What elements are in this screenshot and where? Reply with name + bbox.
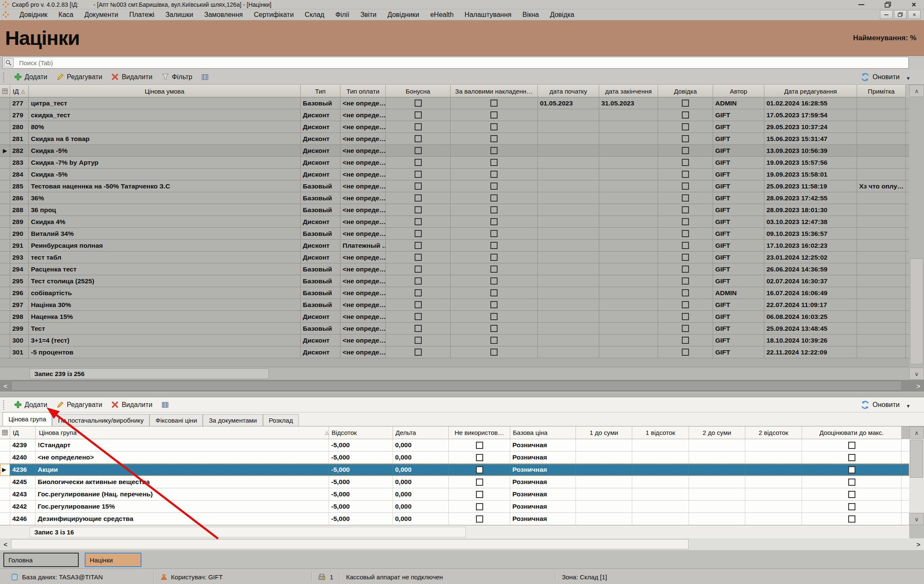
table-row[interactable]: 297Націнка 30%Базовый<не опреде…GIFT22.0… <box>0 299 909 311</box>
checkbox-gross-unchecked[interactable] <box>490 325 498 332</box>
checkbox-dovidka-unchecked[interactable] <box>682 230 689 237</box>
checkbox-notused-unchecked[interactable] <box>476 466 483 473</box>
checkbox-dovidka-unchecked[interactable] <box>682 313 689 320</box>
checkbox-max-unchecked[interactable] <box>848 442 855 449</box>
column-header-type[interactable]: Тип <box>301 85 340 97</box>
checkbox-gross-unchecked[interactable] <box>490 135 498 142</box>
checkbox-bonus-unchecked[interactable] <box>415 147 422 154</box>
checkbox-gross-unchecked[interactable] <box>490 147 498 154</box>
checkbox-bonus-unchecked[interactable] <box>415 111 422 119</box>
column-header-start[interactable]: дата початку <box>538 85 599 97</box>
main-hscrollbar[interactable]: < > <box>0 380 924 392</box>
checkbox-bonus-unchecked[interactable] <box>415 254 422 261</box>
checkbox-gross-unchecked[interactable] <box>490 218 498 225</box>
table-row[interactable]: 301-5 процентовДисконт<не опреде…GIFT22.… <box>0 346 909 358</box>
table-row[interactable]: 4242Гос.регулирование 15%-5,0000,000Розн… <box>0 501 909 513</box>
menu-item-1[interactable]: Довідник <box>14 9 53 20</box>
column-header-id[interactable]: ІД△ <box>10 85 29 97</box>
menu-item-13[interactable]: Налаштування <box>459 9 517 20</box>
menu-item-5[interactable]: Залишки <box>160 9 199 20</box>
checkbox-gross-unchecked[interactable] <box>490 111 498 119</box>
checkbox-bonus-unchecked[interactable] <box>415 301 422 308</box>
column-header-edited[interactable]: Дата редагування <box>764 85 857 97</box>
menu-item-8[interactable]: Склад <box>299 9 330 20</box>
checkbox-gross-unchecked[interactable] <box>490 194 498 202</box>
menu-item-6[interactable]: Замовлення <box>199 9 248 20</box>
delete-button[interactable]: Видалити <box>107 71 157 83</box>
column-header-p1[interactable]: 1 відсоток <box>632 426 689 439</box>
checkbox-dovidka-unchecked[interactable] <box>682 218 689 225</box>
detail-hscrollbar[interactable]: < > <box>0 538 924 550</box>
hscroll-left-button[interactable]: < <box>0 538 11 550</box>
table-row[interactable]: 277цитра_тестБазовый<не опреде…01.05.202… <box>0 97 909 109</box>
checkbox-gross-unchecked[interactable] <box>490 230 498 237</box>
checkbox-dovidka-unchecked[interactable] <box>682 183 689 190</box>
column-header-base[interactable]: Базова ціна <box>510 426 576 439</box>
vscroll-thumb[interactable] <box>910 440 923 478</box>
checkbox-dovidka-unchecked[interactable] <box>682 206 689 213</box>
checkbox-dovidka-unchecked[interactable] <box>682 135 689 142</box>
checkbox-bonus-unchecked[interactable] <box>415 242 422 249</box>
checkbox-dovidka-unchecked[interactable] <box>682 289 689 296</box>
table-row[interactable]: 289Скидка 4%Дисконт<не опреде…GIFT03.10.… <box>0 216 909 228</box>
detail-delete-button[interactable]: Видалити <box>107 399 157 411</box>
mdi-restore-button[interactable] <box>894 10 907 19</box>
hscroll-thumb[interactable] <box>11 381 902 391</box>
checkbox-gross-unchecked[interactable] <box>490 123 498 130</box>
checkbox-dovidka-unchecked[interactable] <box>682 242 689 249</box>
table-row[interactable]: 4243Гос.регулирование (Нац. перечень)-5,… <box>0 488 909 501</box>
column-header-percent[interactable]: Відсоток <box>329 426 393 439</box>
detail-tab-5[interactable]: Розклад <box>263 414 299 426</box>
checkbox-gross-unchecked[interactable] <box>490 183 498 190</box>
task-tab-nacinky[interactable]: Націнки <box>85 553 141 567</box>
checkbox-notused-unchecked[interactable] <box>476 454 483 461</box>
checkbox-dovidka-unchecked[interactable] <box>682 277 689 285</box>
search-input[interactable] <box>3 57 909 69</box>
menu-item-3[interactable]: Документи <box>79 9 124 20</box>
table-row[interactable]: 296собівартістьБазовый<не опреде…ADMIN16… <box>0 287 909 299</box>
checkbox-dovidka-unchecked[interactable] <box>682 194 689 202</box>
table-row[interactable]: 295Тест столица (2525)Базовый<не опреде…… <box>0 275 909 287</box>
checkbox-dovidka-unchecked[interactable] <box>682 337 689 344</box>
checkbox-notused-unchecked[interactable] <box>476 491 483 498</box>
table-row[interactable]: 283Скидка -7% by АртурДисконт<не опреде…… <box>0 157 909 169</box>
column-header-note[interactable]: Примітка <box>857 85 906 97</box>
main-vscrollbar[interactable]: ∧ ∨ <box>909 85 924 380</box>
checkbox-dovidka-unchecked[interactable] <box>682 147 689 154</box>
checkbox-gross-unchecked[interactable] <box>490 301 498 308</box>
table-row[interactable]: 294Расценка тестБазовый<не опреде…GIFT26… <box>0 263 909 275</box>
refresh-caret-icon[interactable]: ▾ <box>907 403 910 409</box>
checkbox-gross-unchecked[interactable] <box>490 313 498 320</box>
checkbox-gross-unchecked[interactable] <box>490 159 498 166</box>
checkbox-notused-unchecked[interactable] <box>476 503 483 510</box>
table-row[interactable]: 293тест таблДисконт<не опреде…GIFT23.01.… <box>0 252 909 263</box>
checkbox-gross-unchecked[interactable] <box>490 277 498 285</box>
checkbox-bonus-unchecked[interactable] <box>415 206 422 213</box>
checkbox-dovidka-unchecked[interactable] <box>682 159 689 166</box>
checkbox-bonus-unchecked[interactable] <box>415 100 422 107</box>
checkbox-max-unchecked[interactable] <box>848 491 855 498</box>
checkbox-bonus-unchecked[interactable] <box>415 337 422 344</box>
table-row[interactable]: 281Скидка на 6 товарДисконт<не опреде…GI… <box>0 133 909 145</box>
checkbox-gross-unchecked[interactable] <box>490 206 498 213</box>
menu-item-7[interactable]: Сертифікати <box>248 9 299 20</box>
checkbox-bonus-unchecked[interactable] <box>415 171 422 178</box>
menu-item-2[interactable]: Каса <box>53 9 79 20</box>
column-header-s2[interactable]: 2 до суми <box>689 426 745 439</box>
checkbox-bonus-unchecked[interactable] <box>415 194 422 202</box>
table-row[interactable]: 279скидка_тестДисконт<не опреде…GIFT17.0… <box>0 109 909 121</box>
detail-tab-2[interactable]: По постачальнику/виробнику <box>52 414 149 426</box>
column-header-gross[interactable]: За валовими накладенн… <box>451 85 538 97</box>
column-header-group[interactable]: Цінова група△ <box>36 426 329 439</box>
filter-button[interactable]: Фільтр <box>157 71 197 83</box>
restore-button[interactable] <box>883 1 892 8</box>
checkbox-bonus-unchecked[interactable] <box>415 289 422 296</box>
toolbar-grip[interactable] <box>3 400 5 410</box>
checkbox-gross-unchecked[interactable] <box>490 171 498 178</box>
column-header-s1[interactable]: 1 до суми <box>576 426 632 439</box>
checkbox-dovidka-unchecked[interactable] <box>682 325 689 332</box>
checkbox-dovidka-unchecked[interactable] <box>682 254 689 261</box>
column-header-end[interactable]: дата закінчення <box>599 85 658 97</box>
columns-button[interactable] <box>197 71 213 83</box>
checkbox-dovidka-unchecked[interactable] <box>682 301 689 308</box>
